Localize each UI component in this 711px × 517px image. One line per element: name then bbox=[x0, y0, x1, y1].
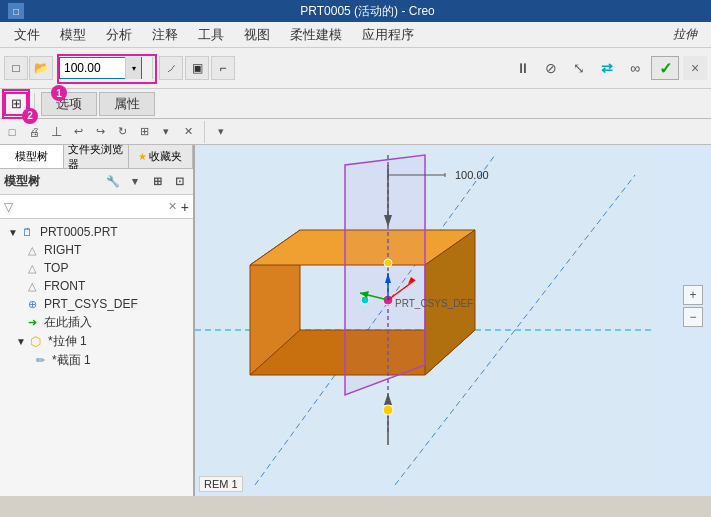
window-title: PRT0005 (活动的) - Creo bbox=[32, 3, 703, 20]
link-btn[interactable]: ⇄ bbox=[595, 56, 619, 80]
expand-pull-icon: ▼ bbox=[16, 336, 26, 347]
tree-label-right: RIGHT bbox=[44, 243, 81, 257]
title-bar: □ PRT0005 (活动的) - Creo bbox=[0, 0, 711, 22]
circle-btn[interactable]: ⊘ bbox=[539, 56, 563, 80]
open-btn[interactable]: 📂 bbox=[29, 56, 53, 80]
svg-text:PRT_CSYS_DEF: PRT_CSYS_DEF bbox=[395, 298, 473, 309]
menu-analysis[interactable]: 分析 bbox=[96, 22, 142, 47]
print-btn[interactable]: 🖨 bbox=[24, 122, 44, 142]
menu-annotation[interactable]: 注释 bbox=[142, 22, 188, 47]
ribbon-toolbar: □ 📂 ▾ 1 ⟋ ▣ ⌐ ⏸ ⊘ ⤡ ⇄ ∞ ✓ × bbox=[4, 50, 707, 86]
plane-top-icon: △ bbox=[24, 260, 40, 276]
menu-apps[interactable]: 应用程序 bbox=[352, 22, 424, 47]
tree-item-right[interactable]: △ RIGHT bbox=[0, 241, 193, 259]
menu-model[interactable]: 模型 bbox=[50, 22, 96, 47]
zoom-out-btn[interactable]: − bbox=[683, 307, 703, 327]
favorites-label: 收藏夹 bbox=[149, 149, 182, 164]
modeltree-label: 模型树 bbox=[15, 149, 48, 164]
tab-options[interactable]: 选项 bbox=[41, 92, 97, 116]
sep3 bbox=[204, 121, 205, 143]
pause-btn[interactable]: ⏸ bbox=[511, 56, 535, 80]
close-small-btn[interactable]: ✕ bbox=[178, 122, 198, 142]
star-icon: ★ bbox=[138, 151, 147, 162]
infinity-btn[interactable]: ∞ bbox=[623, 56, 647, 80]
new-btn[interactable]: □ bbox=[4, 56, 28, 80]
zoom-in-btn[interactable]: + bbox=[683, 285, 703, 305]
new-small-btn[interactable]: □ bbox=[2, 122, 22, 142]
tree-item-top[interactable]: △ TOP bbox=[0, 259, 193, 277]
tree-dropdown-btn[interactable]: ▾ bbox=[125, 172, 145, 192]
sep1 bbox=[152, 57, 153, 79]
pull-icon: ⬡ bbox=[28, 334, 44, 350]
filter-icon: ▽ bbox=[4, 200, 13, 214]
filter-clear-btn[interactable]: ✕ bbox=[168, 200, 177, 213]
plane-front-icon: △ bbox=[24, 278, 40, 294]
insert-arrow-icon: ➜ bbox=[24, 315, 40, 331]
menu-view[interactable]: 视图 bbox=[234, 22, 280, 47]
expand-prt-icon: ▼ bbox=[8, 227, 18, 238]
tree-label-front: FRONT bbox=[44, 279, 85, 293]
tree-header-label: 模型树 bbox=[4, 173, 40, 190]
toolbar-row2: ⊞ 2 选项 属性 bbox=[0, 89, 711, 119]
tree-label-prt: PRT0005.PRT bbox=[40, 225, 118, 239]
fill-btn[interactable]: ▣ bbox=[185, 56, 209, 80]
arrow-btn[interactable]: ↻ bbox=[112, 122, 132, 142]
panel-tab-favorites[interactable]: ★ 收藏夹 bbox=[129, 145, 193, 168]
more-btn[interactable]: ▾ bbox=[156, 122, 176, 142]
dimension-input-wrap[interactable]: ▾ bbox=[59, 57, 142, 79]
app-icon: □ bbox=[8, 3, 24, 19]
tree-tool-btn[interactable]: 🔧 bbox=[103, 172, 123, 192]
tree-item-section[interactable]: ✏ *截面 1 bbox=[0, 351, 193, 370]
dimension-input[interactable] bbox=[60, 58, 125, 78]
menu-flexible[interactable]: 柔性建模 bbox=[280, 22, 352, 47]
tab-properties[interactable]: 属性 bbox=[99, 92, 155, 116]
panel-tabs: 模型树 文件夹浏览器 ★ 收藏夹 bbox=[0, 145, 193, 169]
svg-point-20 bbox=[384, 259, 392, 267]
tree-item-csys[interactable]: ⊕ PRT_CSYS_DEF bbox=[0, 295, 193, 313]
coord-icon: ⊕ bbox=[24, 296, 40, 312]
folder-label: 文件夹浏览器 bbox=[68, 142, 123, 172]
svg-text:100.00: 100.00 bbox=[455, 169, 489, 181]
tree-item-prt[interactable]: ▼ 🗒 PRT0005.PRT bbox=[0, 223, 193, 241]
panel-tab-folder[interactable]: 文件夹浏览器 bbox=[64, 145, 128, 168]
tree-item-front[interactable]: △ FRONT bbox=[0, 277, 193, 295]
tree-item-insert[interactable]: ➜ 在此插入 bbox=[0, 313, 193, 332]
svg-marker-8 bbox=[345, 155, 425, 395]
confirm-btn[interactable]: ✓ bbox=[651, 56, 679, 80]
doc-icon: 🗒 bbox=[20, 224, 36, 240]
tree-more-btn[interactable]: ⊡ bbox=[169, 172, 189, 192]
filter-bar: ▽ ✕ + bbox=[0, 195, 193, 219]
toolbar-left-group: □ 📂 bbox=[4, 56, 53, 80]
svg-point-19 bbox=[383, 405, 393, 415]
tree-item-pull[interactable]: ▼ ⬡ *拉伸 1 bbox=[0, 332, 193, 351]
slant-btn[interactable]: ⟋ bbox=[159, 56, 183, 80]
annotation-1: 1 bbox=[51, 85, 67, 101]
align-btn[interactable]: ⊥ bbox=[46, 122, 66, 142]
svg-point-21 bbox=[361, 296, 369, 304]
toolbar-area: □ 📂 ▾ 1 ⟋ ▣ ⌐ ⏸ ⊘ ⤡ ⇄ ∞ ✓ × bbox=[0, 48, 711, 89]
wave-btn[interactable]: ⤡ bbox=[567, 56, 591, 80]
grid-btn[interactable]: ⊞ bbox=[134, 122, 154, 142]
tree-label-top: TOP bbox=[44, 261, 68, 275]
plane-right-icon: △ bbox=[24, 242, 40, 258]
tree-label-pull: *拉伸 1 bbox=[48, 333, 87, 350]
filter-add-btn[interactable]: + bbox=[181, 199, 189, 215]
menu-file[interactable]: 文件 bbox=[4, 22, 50, 47]
corner-btn[interactable]: ⌐ bbox=[211, 56, 235, 80]
tree-label-section: *截面 1 bbox=[52, 352, 91, 369]
cancel-btn[interactable]: × bbox=[683, 56, 707, 80]
annotation-2: 2 bbox=[22, 108, 38, 124]
filter-input[interactable] bbox=[17, 201, 164, 213]
menu-right-item: 拉伸 bbox=[663, 23, 707, 46]
menu-bar: 文件 模型 分析 注释 工具 视图 柔性建模 应用程序 拉伸 bbox=[0, 22, 711, 48]
undo-btn[interactable]: ↩ bbox=[68, 122, 88, 142]
redo-btn[interactable]: ↪ bbox=[90, 122, 110, 142]
tree-icon-btn[interactable]: ⊞ bbox=[147, 172, 167, 192]
content-area: 模型树 文件夹浏览器 ★ 收藏夹 模型树 🔧 ▾ ⊞ ⊡ ▽ ✕ bbox=[0, 145, 711, 496]
viewport[interactable]: 100.00 PRT_CSYS_DEF + − REM 1 bbox=[195, 145, 711, 496]
expand-btn[interactable]: ▾ bbox=[211, 122, 231, 142]
menu-tools[interactable]: 工具 bbox=[188, 22, 234, 47]
panel-tab-modeltree[interactable]: 模型树 bbox=[0, 145, 64, 168]
dim-dropdown-btn[interactable]: ▾ bbox=[125, 57, 141, 79]
3d-viewport-svg: 100.00 PRT_CSYS_DEF bbox=[195, 145, 655, 485]
